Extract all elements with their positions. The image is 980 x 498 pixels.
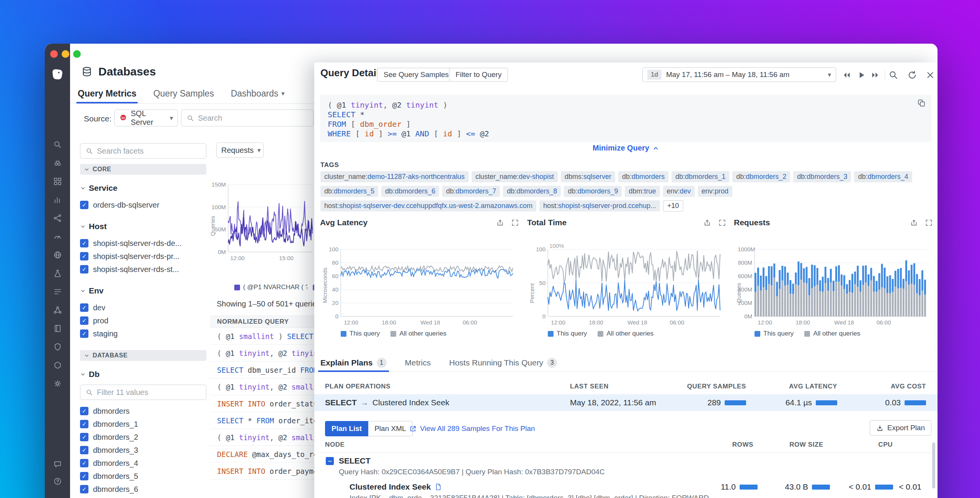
facet-section-database[interactable]: DATABASE: [80, 350, 206, 361]
tab-query-samples[interactable]: Query Samples: [152, 84, 216, 103]
facet-item-staging[interactable]: ✓staging: [80, 327, 206, 340]
see-query-samples-button[interactable]: See Query Samples: [377, 68, 455, 82]
expand-icon[interactable]: [925, 219, 933, 227]
query-row[interactable]: ( @1 tinyint, @2 tinyint ): [210, 345, 314, 362]
facet-item-shopist-sqlserver-rds-pr...[interactable]: ✓shopist-sqlserver-rds-pr...: [80, 250, 206, 263]
plan-list-button[interactable]: Plan List: [325, 421, 368, 436]
tab-hosts-running[interactable]: Hosts Running This Query3: [449, 354, 557, 372]
synthetics-icon[interactable]: [53, 251, 62, 259]
close-icon[interactable]: [925, 70, 935, 80]
tags-overflow-chip[interactable]: +10: [663, 200, 683, 211]
legend-item[interactable]: ( @P1 NVARCHAR ( ?...: [234, 283, 307, 291]
tag-chip[interactable]: dbm:true: [625, 186, 660, 197]
facet-search-input[interactable]: [80, 143, 206, 159]
tag-chip[interactable]: env:dev: [663, 186, 695, 197]
filter-to-query-button[interactable]: Filter to Query: [449, 68, 508, 82]
export-icon[interactable]: [703, 219, 711, 227]
facet-item-shopist-sqlserver-rds-st...[interactable]: ✓shopist-sqlserver-rds-st...: [80, 263, 206, 276]
facet-group-header[interactable]: Host: [80, 221, 206, 231]
settings-icon[interactable]: [53, 379, 62, 388]
expand-icon[interactable]: [511, 219, 519, 227]
facet-section-core[interactable]: CORE: [80, 164, 206, 175]
avg-latency-plot[interactable]: 02040608010012:0018:00Wed 1806:00: [341, 249, 513, 316]
minimize-query-link[interactable]: Minimize Query: [593, 144, 659, 152]
metric-selector[interactable]: Requests ▾: [216, 143, 264, 158]
checkbox-checked[interactable]: ✓: [80, 485, 88, 493]
legend-item[interactable]: All other queries: [598, 330, 653, 337]
facet-item-dbmorders_7[interactable]: ✓dbmorders_7: [80, 496, 206, 498]
plan-operations-row[interactable]: SELECT→Clustered Index Seek May 18, 2022…: [314, 394, 938, 411]
security-icon[interactable]: [53, 342, 62, 351]
checkbox-checked[interactable]: ✓: [80, 459, 88, 467]
query-row[interactable]: DECLARE @max_days_to_ret: [210, 446, 314, 463]
play-icon[interactable]: [856, 70, 866, 80]
query-row[interactable]: SELECT * FROM order_items: [210, 412, 314, 429]
tag-chip[interactable]: db:dbmorders_3: [793, 171, 851, 182]
scrollbar[interactable]: [932, 442, 935, 488]
facet-item-dbmorders_2[interactable]: ✓dbmorders_2: [80, 431, 206, 444]
legend-item[interactable]: This query: [548, 330, 587, 337]
tag-chip[interactable]: env:prod: [698, 186, 732, 197]
facet-item-dbmorders_4[interactable]: ✓dbmorders_4: [80, 457, 206, 470]
datadog-logo[interactable]: [51, 67, 64, 81]
checkbox-checked[interactable]: ✓: [80, 446, 88, 454]
checkbox-checked[interactable]: ✓: [80, 252, 88, 260]
query-row[interactable]: ( @1 tinyint, @2 smallint ): [210, 429, 314, 446]
refresh-icon[interactable]: [907, 70, 917, 80]
legend-item[interactable]: All other queries: [390, 330, 446, 337]
checkbox-checked[interactable]: ✓: [80, 433, 88, 441]
time-range-select[interactable]: 1d May 17, 11:56 am – May 18, 11:56 am ▾: [642, 67, 836, 82]
tag-chip[interactable]: db:dbmorders_7: [442, 186, 500, 197]
apm-icon[interactable]: [53, 232, 62, 241]
query-row[interactable]: INSERT INTO order_payment: [210, 463, 314, 480]
node-row-select[interactable]: − SELECT: [314, 456, 938, 467]
metrics-icon[interactable]: [53, 195, 62, 204]
checkbox-checked[interactable]: ✓: [80, 407, 88, 415]
facet-group-header[interactable]: Service: [80, 183, 206, 193]
tag-chip[interactable]: db:dbmorders_1: [671, 171, 729, 182]
checkbox-checked[interactable]: ✓: [80, 201, 88, 209]
collapse-icon[interactable]: −: [326, 457, 334, 465]
tag-chip[interactable]: host:shopist-sqlserver-dev.ccehuppdfqfx.…: [320, 200, 536, 211]
checkbox-checked[interactable]: ✓: [80, 420, 88, 428]
facet-item-dbmorders[interactable]: ✓dbmorders: [80, 405, 206, 418]
legend-item[interactable]: This query: [755, 330, 794, 337]
facet-item-shopist-sqlserver-rds-de...[interactable]: ✓shopist-sqlserver-rds-de...: [80, 237, 206, 250]
query-row[interactable]: SELECT dbm_user_id FROM [: [210, 362, 314, 378]
source-select[interactable]: SQL Server ▾: [114, 110, 178, 126]
facet-item-dbmorders_3[interactable]: ✓dbmorders_3: [80, 444, 206, 457]
tag-chip[interactable]: db:dbmorders_2: [732, 171, 790, 182]
facet-item-dbmorders_5[interactable]: ✓dbmorders_5: [80, 470, 206, 483]
export-icon[interactable]: [910, 219, 918, 227]
tab-query-metrics[interactable]: Query Metrics: [76, 84, 138, 103]
ci-icon[interactable]: [53, 269, 62, 278]
checkbox-checked[interactable]: ✓: [80, 303, 88, 312]
tag-chip[interactable]: dbms:sqlserver: [561, 171, 615, 182]
infrastructure-icon[interactable]: [53, 177, 62, 186]
facet-group-header[interactable]: Env: [80, 286, 206, 296]
chat-icon[interactable]: [53, 460, 62, 469]
zoom-window-button[interactable]: [73, 50, 81, 58]
skip-forward-icon[interactable]: [870, 70, 880, 80]
facet-item-prod[interactable]: ✓prod: [80, 314, 206, 327]
tab-metrics[interactable]: Metrics: [405, 354, 431, 372]
query-row[interactable]: ( @1 tinyint, @2 smallint ): [210, 378, 314, 395]
zoom-icon[interactable]: [889, 70, 898, 80]
facet-item-dbmorders_1[interactable]: ✓dbmorders_1: [80, 418, 206, 431]
checkbox-checked[interactable]: ✓: [80, 329, 88, 338]
requests-trend-plot[interactable]: 0M50M100M150M12:0015:00: [228, 185, 312, 252]
copy-icon[interactable]: [917, 98, 926, 108]
query-row[interactable]: INSERT INTO order_status: [210, 395, 314, 412]
integrations-icon[interactable]: [53, 361, 62, 370]
total-time-plot[interactable]: 05010012:0018:00Wed 1806:00: [548, 249, 720, 316]
checkbox-checked[interactable]: ✓: [80, 265, 88, 274]
chart-legend[interactable]: This queryAll other queries: [548, 330, 653, 337]
minimize-window-button[interactable]: [62, 50, 69, 58]
service-map-icon[interactable]: [53, 306, 62, 315]
tag-chip[interactable]: db:dbmorders_9: [564, 186, 622, 197]
checkbox-checked[interactable]: ✓: [80, 472, 88, 480]
requests-plot[interactable]: 0M200M400M600M800M1000M12:0018:00Wed 180…: [755, 249, 927, 316]
watchdog-icon[interactable]: [53, 159, 62, 167]
facet-filter-input[interactable]: [80, 385, 206, 400]
tab-explain-plans[interactable]: Explain Plans1: [320, 354, 387, 372]
